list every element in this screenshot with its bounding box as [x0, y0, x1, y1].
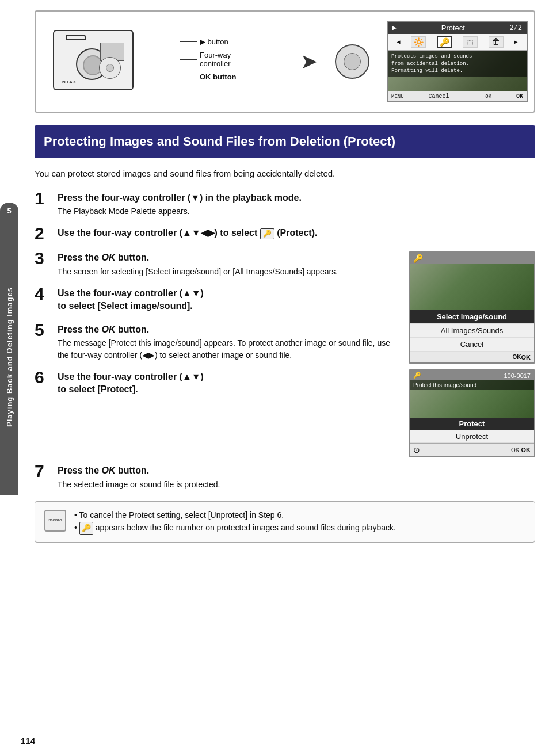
page-indicator: 2/2 — [509, 24, 522, 32]
screen2-protect: Protect — [410, 418, 534, 430]
steps-right: 🔑 Select image/sound All Images/Sounds C… — [409, 251, 535, 457]
screen1-header: 🔑 — [410, 253, 534, 264]
step-5-content: Press the OK button. The message [Protec… — [58, 323, 397, 361]
section-heading: Protecting Images and Sound Files from D… — [35, 125, 535, 158]
step-4-title: Use the four-way controller (▲▼)to selec… — [58, 287, 397, 313]
step-7-content: Press the OK button. The selected image … — [58, 464, 535, 490]
screen1-menu: Select image/sound All Images/Sounds Can… — [410, 310, 534, 352]
step-6-number: 6 — [35, 369, 58, 386]
memo-content: To cancel the Protect setting, select [U… — [74, 509, 396, 535]
diagram-labels: ▶ button Four-way controller OK button — [180, 37, 283, 86]
ok-label: OK — [516, 93, 523, 100]
step-1-title: Press the four-way controller (▼) in the… — [58, 192, 535, 204]
step-5: 5 Press the OK button. The message [Prot… — [35, 323, 397, 361]
step-6-title: Use the four-way controller (▲▼)to selec… — [58, 371, 397, 396]
mode-wheel — [335, 44, 369, 79]
side-tab: 5 Playing Back and Deleting Images — [0, 219, 18, 495]
camera-diagram: NTAX — [47, 24, 162, 99]
screen2-unprotect: Unprotect — [410, 430, 534, 443]
step-7-desc: The selected image or sound file is prot… — [58, 479, 535, 491]
screen2-file-number: 100-0017 — [504, 372, 531, 379]
step-2-title: Use the four-way controller (▲▼◀▶) to se… — [58, 227, 535, 239]
step-2-number: 2 — [35, 225, 58, 242]
step-5-number: 5 — [35, 322, 58, 339]
camera-body: NTAX — [53, 30, 134, 90]
step-1-content: Press the four-way controller (▼) in the… — [58, 192, 535, 217]
step-4-content: Use the four-way controller (▲▼)to selec… — [58, 287, 397, 314]
screen2-menu: Protect Unprotect — [410, 418, 534, 443]
ui-icon-1: 🔆 — [411, 36, 426, 48]
step-3-number: 3 — [35, 250, 58, 267]
nav-right-icon: ▶ — [514, 39, 518, 45]
step-7: 7 Press the OK button. The selected imag… — [35, 464, 535, 490]
arrow-right-icon: ➤ — [300, 49, 318, 74]
memo-box: memo To cancel the Protect setting, sele… — [35, 501, 535, 543]
memo-icon: memo — [43, 509, 67, 533]
screen2-mockup: 🔑 100-0017 Protect this image/sound Prot… — [409, 369, 535, 457]
camera-controls — [99, 57, 127, 79]
menu-item-cancel: Cancel — [410, 338, 534, 352]
ui-icon-4: 🗑 — [489, 36, 504, 48]
screen2-image: Protect this image/sound — [410, 380, 534, 418]
step-2-content: Use the four-way controller (▲▼◀▶) to se… — [58, 227, 535, 240]
screen1-image — [410, 264, 534, 310]
page-number: 114 — [21, 736, 35, 746]
protect-text-overlay: Protects images and sounds from accident… — [388, 51, 527, 77]
brand-label: NTAX — [62, 79, 77, 85]
step-4-number: 4 — [35, 285, 58, 303]
screen2-overlay: Protect this image/sound — [410, 380, 534, 390]
step-6-content: Use the four-way controller (▲▼)to selec… — [58, 371, 397, 398]
camera-ui-icons: ◀ 🔆 🔑 ⬚ 🗑 ▶ — [388, 34, 527, 51]
steps-left: 3 Press the OK button. The screen for se… — [35, 251, 397, 406]
side-tab-label: Playing Back and Deleting Images — [5, 287, 14, 427]
camera-ui-header: ▶ Protect 2/2 — [388, 22, 527, 34]
lock-icon: 🔑 — [413, 254, 423, 263]
step-1-desc: The Playback Mode Palette appears. — [58, 205, 535, 217]
camera-ui-screenshot: ▶ Protect 2/2 ◀ 🔆 🔑 ⬚ 🗑 ▶ Protects image… — [387, 21, 528, 102]
step-5-desc: The message [Protect this image/sound] a… — [58, 337, 397, 361]
menu-item-select: Select image/sound — [410, 310, 534, 324]
step-4: 4 Use the four-way controller (▲▼)to sel… — [35, 287, 397, 314]
chapter-number: 5 — [0, 203, 18, 219]
cancel-label: Cancel — [428, 93, 449, 100]
illustration-box: NTAX ▶ button Four-way controller OK but… — [35, 10, 535, 113]
scroll-icon: ⊙ — [413, 445, 420, 455]
step-3-desc: The screen for selecting [Select image/s… — [58, 266, 397, 278]
menu-item-all: All Images/Sounds — [410, 324, 534, 338]
camera-ui-footer: MENU Cancel OK OK — [388, 91, 527, 101]
step-7-number: 7 — [35, 463, 58, 480]
steps-with-images: 3 Press the OK button. The screen for se… — [35, 251, 535, 457]
protect-title: Protect — [396, 24, 509, 32]
ui-icon-2: 🔑 — [437, 36, 452, 48]
step-3-content: Press the OK button. The screen for sele… — [58, 251, 397, 277]
camera-ui-image: Protects images and sounds from accident… — [388, 51, 527, 91]
intro-text: You can protect stored images and sound … — [35, 167, 535, 181]
ui-icon-3: ⬚ — [463, 36, 478, 48]
ok-button-label: OK button — [200, 72, 237, 81]
screen1-mockup: 🔑 Select image/sound All Images/Sounds C… — [409, 251, 535, 364]
memo-bullet-1: To cancel the Protect setting, select [U… — [74, 509, 396, 521]
screen2-lock: 🔑 — [413, 372, 421, 379]
section-title: Protecting Images and Sound Files from D… — [44, 133, 526, 150]
nav-left-icon: ◀ — [396, 39, 400, 45]
step-3-title: Press the OK button. — [58, 251, 397, 264]
step-2: 2 Use the four-way controller (▲▼◀▶) to … — [35, 227, 535, 242]
step-7-title: Press the OK button. — [58, 464, 535, 477]
four-way-label: Four-way — [200, 51, 231, 59]
controller-label: controller — [200, 59, 231, 68]
step-6: 6 Use the four-way controller (▲▼)to sel… — [35, 371, 397, 398]
play-button-label: ▶ button — [200, 37, 228, 46]
step-1: 1 Press the four-way controller (▼) in t… — [35, 192, 535, 217]
memo-bullet-2: 🔑 appears below the file number on prote… — [74, 521, 396, 535]
screen2-footer: ⊙ OK OK — [410, 443, 534, 456]
step-3: 3 Press the OK button. The screen for se… — [35, 251, 397, 277]
play-icon: ▶ — [392, 24, 396, 32]
screen2-header: 🔑 100-0017 — [410, 371, 534, 380]
step-1-number: 1 — [35, 190, 58, 207]
inline-lock-icon: 🔑 — [79, 522, 93, 535]
step-5-title: Press the OK button. — [58, 323, 397, 336]
steps-area: 1 Press the four-way controller (▼) in t… — [35, 192, 535, 491]
screen1-footer: OK OK — [410, 352, 534, 362]
